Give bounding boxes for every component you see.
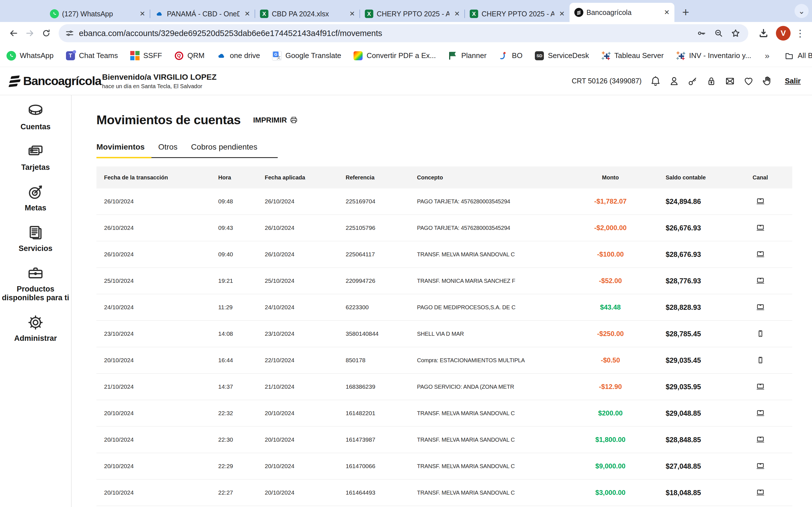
tab-title: (127) WhatsApp bbox=[62, 10, 135, 18]
omnibox[interactable]: ebanca.com/accounts/329ede692520d5253dab… bbox=[59, 24, 748, 42]
toolbar-right: V ⋮ bbox=[752, 26, 806, 41]
cell-fecha-aplicada: 23/10/2024 bbox=[265, 330, 346, 337]
browser-tab-strip: (127) WhatsApp ✕ PANAMÁ - CBD - OneDr ✕ … bbox=[0, 0, 812, 22]
bookmarks-bar: WhatsApp TChat Teams SSFF QQRM one drive… bbox=[0, 45, 812, 67]
table-row[interactable]: 25/10/2024 19:21 25/10/2024 220994726 TR… bbox=[96, 268, 792, 294]
cell-fecha-aplicada: 20/10/2024 bbox=[265, 463, 346, 469]
sidebar-item-productos[interactable]: Productos disponibles para ti bbox=[0, 264, 71, 302]
table-row[interactable]: 20/10/2024 22:29 20/10/2024 161470066 TR… bbox=[96, 453, 792, 480]
logout-link[interactable]: Salir bbox=[785, 76, 801, 86]
col-header-saldo-contable: Saldo contable bbox=[666, 174, 728, 181]
passwords-key-icon[interactable] bbox=[695, 27, 708, 40]
tab-excel-3[interactable]: X CHERY PPTO 2025 - Aju ✕ bbox=[465, 6, 569, 22]
cell-fecha-transaccion: 20/10/2024 bbox=[104, 463, 218, 469]
profile-avatar[interactable]: V bbox=[776, 26, 791, 41]
movements-table: Fecha de la transacción Hora Fecha aplic… bbox=[96, 166, 792, 506]
bookmark-tableau-server[interactable]: ✚✚✚✚✚Tableau Server bbox=[601, 51, 664, 61]
table-row[interactable]: 20/10/2024 16:44 22/10/2024 850178 Compr… bbox=[96, 347, 792, 374]
table-row[interactable]: 21/10/2024 14:37 21/10/2024 168386239 PA… bbox=[96, 374, 792, 400]
close-icon[interactable]: ✕ bbox=[662, 8, 672, 17]
bookmark-google-translate[interactable]: G文Google Translate bbox=[272, 51, 341, 61]
bancoagricola-logo[interactable]: Bancoagrícola bbox=[8, 74, 98, 89]
bookmarks-overflow-icon[interactable]: » bbox=[765, 51, 770, 61]
col-header-concepto: Concepto bbox=[417, 174, 555, 181]
all-bookmarks-button[interactable]: All Bookmarks bbox=[784, 51, 812, 61]
cell-concepto: Compra: ESTACIONAMIENTOS MULTIPLA bbox=[417, 357, 555, 363]
browser-menu-icon[interactable]: ⋮ bbox=[795, 27, 806, 39]
mail-icon[interactable] bbox=[721, 75, 739, 88]
bookmark-ssff[interactable]: SSFF bbox=[130, 51, 162, 61]
bell-icon[interactable] bbox=[646, 75, 665, 88]
forward-button[interactable] bbox=[22, 26, 37, 41]
back-button[interactable] bbox=[6, 26, 21, 41]
table-header-row: Fecha de la transacción Hora Fecha aplic… bbox=[96, 166, 792, 188]
cell-saldo-contable: $27,048.85 bbox=[666, 462, 728, 470]
table-row[interactable]: 26/10/2024 09:43 26/10/2024 225105796 PA… bbox=[96, 215, 792, 241]
tab-movimientos[interactable]: Movimientos bbox=[96, 143, 145, 157]
site-info-icon[interactable] bbox=[65, 29, 74, 38]
tab-bancoagricola-active[interactable]: Bancoagrícola ✕ bbox=[569, 3, 674, 22]
bookmark-bo[interactable]: BO bbox=[499, 51, 523, 61]
bookmark-convertir-pdf[interactable]: Convertir PDF a Ex... bbox=[353, 51, 436, 61]
cell-canal bbox=[728, 329, 792, 339]
user-icon[interactable] bbox=[665, 75, 683, 88]
cell-referencia: 225169704 bbox=[346, 198, 417, 205]
table-row[interactable]: 24/10/2024 11:29 24/10/2024 6223300 PAGO… bbox=[96, 294, 792, 321]
bookmark-whatsapp[interactable]: WhatsApp bbox=[6, 51, 54, 61]
sidebar-item-administrar[interactable]: Administrar bbox=[0, 314, 71, 343]
cell-saldo-contable: $29,035.95 bbox=[666, 383, 728, 391]
sidebar-item-metas[interactable]: Metas bbox=[0, 183, 71, 212]
cell-fecha-transaccion: 20/10/2024 bbox=[104, 410, 218, 416]
bookmark-inv-inventario[interactable]: ✚✚✚✚✚INV - Inventario y... bbox=[675, 51, 751, 61]
tab-excel-1[interactable]: X CBD PA 2024.xlsx ✕ bbox=[255, 6, 360, 22]
close-icon[interactable]: ✕ bbox=[243, 9, 252, 18]
whatsapp-icon bbox=[50, 9, 59, 18]
cell-hora: 09:48 bbox=[218, 198, 265, 205]
table-row[interactable]: 23/10/2024 14:08 23/10/2024 3580140844 S… bbox=[96, 321, 792, 347]
hand-icon[interactable] bbox=[758, 75, 776, 88]
close-icon[interactable]: ✕ bbox=[557, 9, 567, 18]
tableau-icon: ✚✚✚✚✚ bbox=[675, 51, 686, 61]
laptop-channel-icon bbox=[755, 249, 765, 260]
zoom-out-icon[interactable] bbox=[712, 27, 725, 40]
print-button[interactable]: IMPRIMIR bbox=[253, 115, 298, 124]
lock-icon[interactable] bbox=[702, 75, 721, 88]
heart-icon[interactable] bbox=[739, 75, 758, 88]
cell-monto: -$2,000.00 bbox=[555, 224, 666, 232]
bookmark-chat-teams[interactable]: TChat Teams bbox=[65, 51, 118, 61]
download-icon[interactable] bbox=[756, 26, 771, 41]
cell-concepto: PAGO TARJETA: 4576280003545294 bbox=[417, 225, 555, 231]
cell-fecha-transaccion: 23/10/2024 bbox=[104, 330, 218, 337]
cell-fecha-transaccion: 25/10/2024 bbox=[104, 277, 218, 284]
tab-cobros-pendientes[interactable]: Cobros pendientes bbox=[191, 143, 257, 157]
close-icon[interactable]: ✕ bbox=[347, 9, 357, 18]
reload-button[interactable] bbox=[39, 26, 54, 41]
cell-hora: 09:43 bbox=[218, 224, 265, 231]
sidebar-item-tarjetas[interactable]: Tarjetas bbox=[0, 143, 71, 172]
bookmark-star-icon[interactable] bbox=[729, 27, 742, 40]
bookmark-onedrive[interactable]: one drive bbox=[216, 51, 260, 61]
new-tab-button[interactable]: + bbox=[678, 5, 693, 20]
sidebar-item-servicios[interactable]: Servicios bbox=[0, 224, 71, 253]
close-icon[interactable]: ✕ bbox=[452, 9, 462, 18]
bookmark-planner[interactable]: Planner bbox=[448, 51, 487, 61]
table-row[interactable]: 20/10/2024 22:32 20/10/2024 161482201 TR… bbox=[96, 400, 792, 427]
cell-referencia: 161464493 bbox=[346, 489, 417, 496]
cell-concepto: TRANSF. MELVA MARIA SANDOVAL C bbox=[417, 463, 555, 469]
table-row[interactable]: 20/10/2024 22:30 20/10/2024 161473987 TR… bbox=[96, 427, 792, 453]
tab-whatsapp[interactable]: (127) WhatsApp ✕ bbox=[45, 6, 150, 22]
table-row[interactable]: 20/10/2024 22:27 20/10/2024 161464493 TR… bbox=[96, 480, 792, 506]
bookmark-qrm[interactable]: QQRM bbox=[174, 51, 205, 61]
key-icon[interactable] bbox=[683, 75, 702, 88]
tab-excel-2[interactable]: X CHERY PPTO 2025 - Aju ✕ bbox=[360, 6, 465, 22]
sidebar-item-cuentas[interactable]: Cuentas bbox=[0, 102, 71, 131]
bookmark-servicedesk[interactable]: SDServiceDesk bbox=[534, 51, 589, 61]
table-row[interactable]: 26/10/2024 09:40 26/10/2024 225064117 TR… bbox=[96, 241, 792, 268]
cell-canal bbox=[728, 408, 792, 418]
url-text[interactable]: ebanca.com/accounts/329ede692520d5253dab… bbox=[79, 29, 691, 38]
close-icon[interactable]: ✕ bbox=[138, 9, 147, 18]
tab-search-chevron-icon[interactable]: ⌄ bbox=[795, 4, 809, 18]
tab-onedrive[interactable]: PANAMÁ - CBD - OneDr ✕ bbox=[150, 6, 255, 22]
table-row[interactable]: 26/10/2024 09:48 26/10/2024 225169704 PA… bbox=[96, 188, 792, 215]
tab-otros[interactable]: Otros bbox=[158, 143, 177, 157]
